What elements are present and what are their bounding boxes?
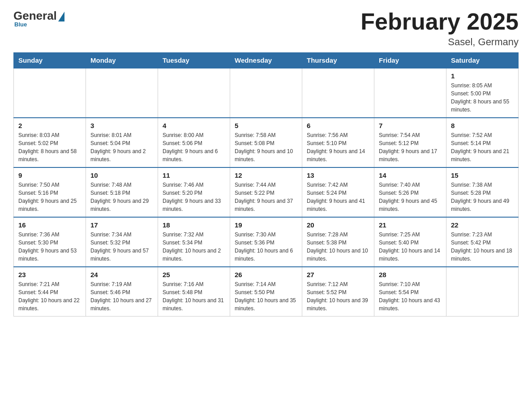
calendar-week-row: 9Sunrise: 7:50 AMSunset: 5:16 PMDaylight… — [14, 167, 519, 217]
day-number: 27 — [307, 271, 369, 278]
calendar-cell — [374, 68, 446, 118]
calendar-cell — [158, 68, 230, 118]
calendar-cell — [302, 68, 374, 118]
calendar-cell: 3Sunrise: 8:01 AMSunset: 5:04 PMDaylight… — [86, 118, 158, 167]
calendar-cell: 12Sunrise: 7:44 AMSunset: 5:22 PMDayligh… — [230, 167, 302, 217]
calendar-cell: 27Sunrise: 7:12 AMSunset: 5:52 PMDayligh… — [302, 267, 374, 317]
calendar-cell: 6Sunrise: 7:56 AMSunset: 5:10 PMDaylight… — [302, 118, 374, 167]
day-number: 14 — [379, 171, 442, 179]
title-area: February 2025 Sasel, Germany — [360, 9, 519, 48]
day-number: 3 — [90, 122, 153, 129]
day-info: Sunrise: 7:21 AMSunset: 5:44 PMDaylight:… — [18, 280, 81, 313]
day-number: 20 — [307, 221, 369, 229]
calendar-cell: 28Sunrise: 7:10 AMSunset: 5:54 PMDayligh… — [374, 267, 446, 317]
page-header: General Blue February 2025 Sasel, German… — [13, 9, 519, 48]
day-info: Sunrise: 7:10 AMSunset: 5:54 PMDaylight:… — [379, 280, 442, 313]
calendar-cell: 25Sunrise: 7:16 AMSunset: 5:48 PMDayligh… — [158, 267, 230, 317]
calendar-cell: 21Sunrise: 7:25 AMSunset: 5:40 PMDayligh… — [374, 217, 446, 267]
calendar-week-row: 2Sunrise: 8:03 AMSunset: 5:02 PMDaylight… — [14, 118, 519, 167]
calendar-cell: 22Sunrise: 7:23 AMSunset: 5:42 PMDayligh… — [446, 217, 519, 267]
calendar-cell: 18Sunrise: 7:32 AMSunset: 5:34 PMDayligh… — [158, 217, 230, 267]
day-number: 16 — [18, 221, 81, 229]
calendar-cell: 9Sunrise: 7:50 AMSunset: 5:16 PMDaylight… — [14, 167, 86, 217]
calendar-header-wednesday: Wednesday — [230, 53, 302, 68]
calendar-header-friday: Friday — [374, 53, 446, 68]
day-info: Sunrise: 8:05 AMSunset: 5:00 PMDaylight:… — [451, 81, 514, 114]
day-number: 6 — [307, 122, 369, 129]
calendar-week-row: 1Sunrise: 8:05 AMSunset: 5:00 PMDaylight… — [14, 68, 519, 118]
day-info: Sunrise: 7:34 AMSunset: 5:32 PMDaylight:… — [90, 231, 153, 263]
day-info: Sunrise: 7:50 AMSunset: 5:16 PMDaylight:… — [18, 181, 81, 213]
logo-blue-text: Blue — [14, 21, 27, 28]
day-info: Sunrise: 8:00 AMSunset: 5:06 PMDaylight:… — [163, 131, 225, 163]
day-info: Sunrise: 7:56 AMSunset: 5:10 PMDaylight:… — [307, 131, 369, 163]
calendar-cell: 1Sunrise: 8:05 AMSunset: 5:00 PMDaylight… — [446, 68, 519, 118]
day-number: 21 — [379, 221, 442, 229]
day-number: 23 — [18, 271, 81, 278]
day-number: 12 — [235, 171, 297, 179]
day-number: 8 — [451, 122, 514, 129]
day-info: Sunrise: 7:42 AMSunset: 5:24 PMDaylight:… — [307, 181, 369, 213]
calendar-cell: 4Sunrise: 8:00 AMSunset: 5:06 PMDaylight… — [158, 118, 230, 167]
calendar-cell: 16Sunrise: 7:36 AMSunset: 5:30 PMDayligh… — [14, 217, 86, 267]
calendar-cell: 26Sunrise: 7:14 AMSunset: 5:50 PMDayligh… — [230, 267, 302, 317]
calendar-cell — [14, 68, 86, 118]
location-text: Sasel, Germany — [360, 36, 519, 48]
day-info: Sunrise: 8:01 AMSunset: 5:04 PMDaylight:… — [90, 131, 153, 163]
calendar-header-sunday: Sunday — [14, 53, 86, 68]
day-number: 1 — [451, 72, 514, 80]
day-info: Sunrise: 7:12 AMSunset: 5:52 PMDaylight:… — [307, 280, 369, 313]
calendar-cell: 8Sunrise: 7:52 AMSunset: 5:14 PMDaylight… — [446, 118, 519, 167]
day-number: 10 — [90, 171, 153, 179]
calendar-cell: 13Sunrise: 7:42 AMSunset: 5:24 PMDayligh… — [302, 167, 374, 217]
day-info: Sunrise: 7:32 AMSunset: 5:34 PMDaylight:… — [163, 231, 225, 263]
month-title: February 2025 — [360, 9, 519, 34]
day-info: Sunrise: 7:48 AMSunset: 5:18 PMDaylight:… — [90, 181, 153, 213]
day-info: Sunrise: 7:40 AMSunset: 5:26 PMDaylight:… — [379, 181, 442, 213]
calendar-cell — [446, 267, 519, 317]
day-info: Sunrise: 7:38 AMSunset: 5:28 PMDaylight:… — [451, 181, 514, 213]
day-number: 22 — [451, 221, 514, 229]
day-info: Sunrise: 7:23 AMSunset: 5:42 PMDaylight:… — [451, 231, 514, 263]
calendar-header-saturday: Saturday — [446, 53, 519, 68]
calendar-cell: 14Sunrise: 7:40 AMSunset: 5:26 PMDayligh… — [374, 167, 446, 217]
calendar-week-row: 23Sunrise: 7:21 AMSunset: 5:44 PMDayligh… — [14, 267, 519, 317]
day-info: Sunrise: 7:58 AMSunset: 5:08 PMDaylight:… — [235, 131, 297, 163]
day-info: Sunrise: 7:14 AMSunset: 5:50 PMDaylight:… — [235, 280, 297, 313]
day-info: Sunrise: 7:30 AMSunset: 5:36 PMDaylight:… — [235, 231, 297, 263]
calendar-cell: 24Sunrise: 7:19 AMSunset: 5:46 PMDayligh… — [86, 267, 158, 317]
day-info: Sunrise: 7:44 AMSunset: 5:22 PMDaylight:… — [235, 181, 297, 213]
day-number: 9 — [18, 171, 81, 179]
day-number: 24 — [90, 271, 153, 278]
day-number: 17 — [90, 221, 153, 229]
calendar-cell: 19Sunrise: 7:30 AMSunset: 5:36 PMDayligh… — [230, 217, 302, 267]
day-number: 19 — [235, 221, 297, 229]
calendar-header-row: SundayMondayTuesdayWednesdayThursdayFrid… — [14, 53, 519, 68]
calendar-cell: 10Sunrise: 7:48 AMSunset: 5:18 PMDayligh… — [86, 167, 158, 217]
day-info: Sunrise: 7:52 AMSunset: 5:14 PMDaylight:… — [451, 131, 514, 163]
calendar-cell: 2Sunrise: 8:03 AMSunset: 5:02 PMDaylight… — [14, 118, 86, 167]
calendar-cell — [230, 68, 302, 118]
calendar-cell: 20Sunrise: 7:28 AMSunset: 5:38 PMDayligh… — [302, 217, 374, 267]
day-number: 26 — [235, 271, 297, 278]
day-info: Sunrise: 7:36 AMSunset: 5:30 PMDaylight:… — [18, 231, 81, 263]
calendar-cell: 11Sunrise: 7:46 AMSunset: 5:20 PMDayligh… — [158, 167, 230, 217]
day-number: 11 — [163, 171, 225, 179]
day-info: Sunrise: 7:25 AMSunset: 5:40 PMDaylight:… — [379, 231, 442, 263]
day-info: Sunrise: 8:03 AMSunset: 5:02 PMDaylight:… — [18, 131, 81, 163]
day-number: 5 — [235, 122, 297, 129]
day-number: 7 — [379, 122, 442, 129]
calendar-header-thursday: Thursday — [302, 53, 374, 68]
calendar-week-row: 16Sunrise: 7:36 AMSunset: 5:30 PMDayligh… — [14, 217, 519, 267]
day-number: 28 — [379, 271, 442, 278]
day-number: 4 — [163, 122, 225, 129]
calendar-cell: 17Sunrise: 7:34 AMSunset: 5:32 PMDayligh… — [86, 217, 158, 267]
calendar-table: SundayMondayTuesdayWednesdayThursdayFrid… — [13, 52, 519, 317]
day-info: Sunrise: 7:54 AMSunset: 5:12 PMDaylight:… — [379, 131, 442, 163]
calendar-cell: 5Sunrise: 7:58 AMSunset: 5:08 PMDaylight… — [230, 118, 302, 167]
logo: General Blue — [13, 9, 64, 28]
day-number: 15 — [451, 171, 514, 179]
day-number: 13 — [307, 171, 369, 179]
logo-triangle-icon — [58, 12, 64, 21]
day-number: 25 — [163, 271, 225, 278]
